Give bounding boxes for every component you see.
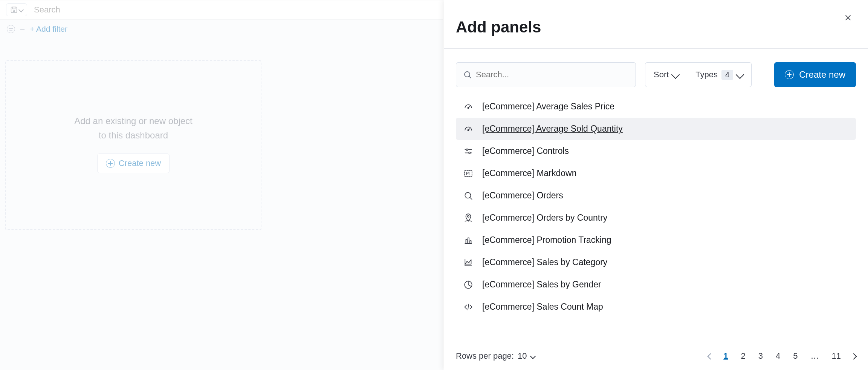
panel-list-item[interactable]: [eCommerce] Sales by Gender xyxy=(456,273,856,296)
pie-icon xyxy=(463,280,474,290)
pager-page[interactable]: 2 xyxy=(739,350,748,362)
panel-list-item[interactable]: [eCommerce] Promotion Tracking xyxy=(456,229,856,251)
svg-point-2 xyxy=(465,72,470,77)
panel-list-item[interactable]: [eCommerce] Sales Count Map xyxy=(456,296,856,318)
panel-list-item[interactable]: [eCommerce] Orders by Country xyxy=(456,207,856,229)
svg-rect-13 xyxy=(468,238,469,243)
pager-page[interactable]: 3 xyxy=(756,350,765,362)
svg-rect-14 xyxy=(470,241,471,244)
svg-rect-9 xyxy=(465,170,472,176)
code-icon xyxy=(463,302,474,312)
panel-list-item-label: [eCommerce] Controls xyxy=(482,146,569,156)
panel-list-item-label: [eCommerce] Markdown xyxy=(482,168,577,178)
panel-search-input[interactable] xyxy=(476,70,629,80)
barchart-icon xyxy=(463,235,474,245)
types-dropdown[interactable]: Types 4 xyxy=(687,63,751,87)
panel-list-item-label: [eCommerce] Promotion Tracking xyxy=(482,235,611,245)
create-new-button[interactable]: Create new xyxy=(774,62,856,87)
panel-list-item-label: [eCommerce] Sales by Gender xyxy=(482,279,601,290)
panel-list-item[interactable]: [eCommerce] Sales by Category xyxy=(456,251,856,273)
svg-point-11 xyxy=(468,215,469,217)
chevron-down-icon xyxy=(530,353,536,359)
panel-list: [eCommerce] Average Sales Price[eCommerc… xyxy=(456,95,856,318)
map-pin-icon xyxy=(463,213,474,223)
rows-per-page-selector[interactable]: Rows per page: 10 xyxy=(456,351,535,361)
panel-list-item-label: [eCommerce] Average Sold Quantity xyxy=(482,124,623,134)
flyout-title: Add panels xyxy=(456,18,541,36)
gauge-icon xyxy=(463,102,474,112)
sort-dropdown[interactable]: Sort xyxy=(645,63,687,87)
svg-rect-12 xyxy=(466,239,467,243)
panel-list-item[interactable]: [eCommerce] Markdown xyxy=(456,162,856,184)
plus-circle-icon xyxy=(785,70,794,79)
pager-page[interactable]: 5 xyxy=(791,350,800,362)
gauge-icon xyxy=(463,124,474,134)
chevron-down-icon xyxy=(736,71,744,79)
svg-point-8 xyxy=(469,152,470,154)
panel-list-item-label: [eCommerce] Orders xyxy=(482,190,563,201)
pager-page[interactable]: 4 xyxy=(773,350,782,362)
add-panels-flyout: Add panels Sort Types 4 Create xyxy=(444,0,868,370)
chevron-down-icon xyxy=(671,71,680,79)
panel-list-item[interactable]: [eCommerce] Controls xyxy=(456,140,856,162)
panel-search-box[interactable] xyxy=(456,62,636,87)
pager-prev[interactable] xyxy=(708,351,713,361)
svg-point-3 xyxy=(468,107,469,108)
panel-list-item[interactable]: [eCommerce] Average Sales Price xyxy=(456,95,856,118)
pager-ellipsis: … xyxy=(808,350,821,362)
sliders-icon xyxy=(463,146,474,156)
types-count-badge: 4 xyxy=(721,70,733,80)
pagination: 12345…11 xyxy=(708,350,856,362)
backdrop-dim xyxy=(0,0,443,370)
svg-point-4 xyxy=(468,129,469,130)
panel-list-item[interactable]: [eCommerce] Average Sold Quantity xyxy=(456,118,856,140)
pager-page[interactable]: 1 xyxy=(721,350,730,362)
area-icon xyxy=(463,258,474,267)
svg-point-6 xyxy=(466,149,468,150)
close-flyout-button[interactable] xyxy=(842,11,854,24)
panel-list-item-label: [eCommerce] Sales by Category xyxy=(482,257,607,267)
panel-list-item-label: [eCommerce] Average Sales Price xyxy=(482,101,614,112)
panel-list-item-label: [eCommerce] Sales Count Map xyxy=(482,302,603,312)
search-icon xyxy=(463,70,472,79)
panel-list-item-label: [eCommerce] Orders by Country xyxy=(482,213,607,223)
search-icon xyxy=(463,191,474,201)
panel-list-item[interactable]: [eCommerce] Orders xyxy=(456,184,856,207)
filter-dropdown-group: Sort Types 4 xyxy=(645,62,752,87)
pager-next[interactable] xyxy=(851,351,856,361)
pager-page[interactable]: 11 xyxy=(830,350,843,362)
markdown-icon xyxy=(463,169,474,178)
